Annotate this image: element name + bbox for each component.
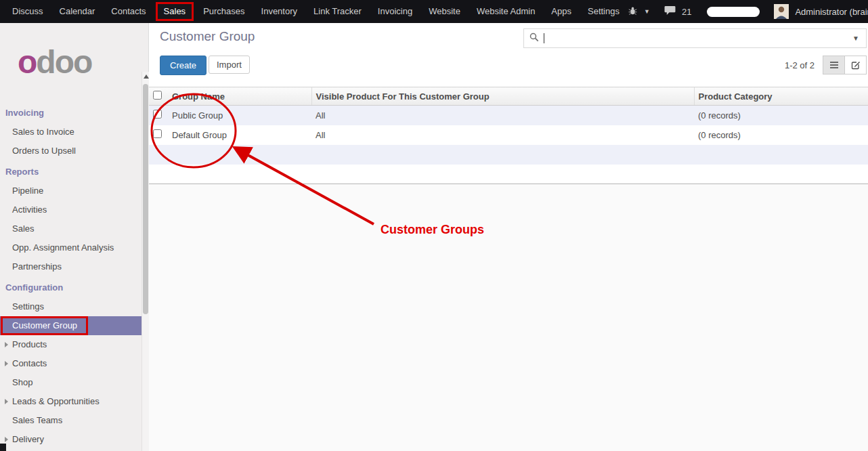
- expand-arrow-icon: [5, 399, 8, 404]
- row-select-cell: [149, 125, 168, 145]
- messages-count: 21: [682, 7, 691, 17]
- menu-settings[interactable]: Settings: [580, 0, 628, 23]
- sidebar-item-activities[interactable]: Activities: [0, 200, 142, 219]
- odoo-logo: odoo: [0, 23, 148, 102]
- sidebar-item-leads-opportunities[interactable]: Leads & Opportunities: [0, 392, 142, 411]
- sidebar-item-label: Leads & Opportunities: [12, 396, 100, 406]
- select-all-cell: [149, 87, 168, 106]
- scrollbar-up-icon[interactable]: [144, 74, 149, 79]
- row-select-cell: [149, 106, 168, 125]
- messages-icon[interactable]: [664, 5, 676, 18]
- search-icon: [529, 33, 539, 44]
- empty-row: [149, 145, 868, 165]
- view-switcher: [823, 56, 867, 74]
- empty-row: [149, 165, 868, 184]
- cell-group-name: Public Group: [168, 106, 311, 125]
- table-header-row: Group Name Visible Product For This Cust…: [149, 87, 868, 106]
- menu-invoicing[interactable]: Invoicing: [370, 0, 420, 23]
- sidebar-item-label: Contacts: [12, 358, 47, 368]
- menu-calendar[interactable]: Calendar: [51, 0, 104, 23]
- create-button[interactable]: Create: [160, 56, 207, 75]
- text-cursor: [544, 33, 544, 43]
- form-view-icon: [851, 60, 861, 70]
- cell-group-name: Default Group: [168, 125, 311, 145]
- sidebar-nav: Invoicing Sales to Invoice Orders to Ups…: [0, 104, 142, 449]
- sidebar-item-pipeline[interactable]: Pipeline: [0, 181, 142, 200]
- cell-visible-product: All: [311, 125, 694, 145]
- row-checkbox[interactable]: [153, 110, 162, 119]
- menu-contacts[interactable]: Contacts: [103, 0, 154, 23]
- menu-apps[interactable]: Apps: [543, 0, 580, 23]
- sidebar-item-orders-to-upsell[interactable]: Orders to Upsell: [0, 142, 142, 160]
- sidebar-item-sales-to-invoice[interactable]: Sales to Invoice: [0, 123, 142, 142]
- row-checkbox[interactable]: [153, 129, 162, 138]
- cell-visible-product: All: [311, 106, 694, 125]
- scroll-corner: [0, 444, 6, 451]
- sidebar-section-invoicing[interactable]: Invoicing: [0, 104, 142, 123]
- menu-purchases[interactable]: Purchases: [195, 0, 253, 23]
- expand-arrow-icon: [5, 437, 8, 442]
- menu-inventory[interactable]: Inventory: [253, 0, 305, 23]
- list-view-icon: [829, 61, 839, 69]
- pager: 1-2 of 2: [785, 60, 815, 70]
- expand-arrow-icon: [5, 361, 8, 366]
- app-menu: Discuss Calendar Contacts Sales Purchase…: [0, 0, 628, 23]
- column-group-name[interactable]: Group Name: [168, 87, 311, 106]
- menu-link-tracker[interactable]: Link Tracker: [305, 0, 370, 23]
- main-content: Customer Group ▼ Create Import 1-2 of 2: [149, 23, 868, 451]
- menu-discuss[interactable]: Discuss: [4, 0, 51, 23]
- search-input[interactable]: [547, 29, 851, 47]
- sidebar: odoo Invoicing Sales to Invoice Orders t…: [0, 23, 149, 451]
- column-visible-product[interactable]: Visible Product For This Customer Group: [311, 87, 694, 106]
- topbar-systray: ▼ 21 Administrator (braintree): [628, 4, 868, 19]
- sidebar-item-label: Delivery: [12, 434, 44, 444]
- expand-arrow-icon: [5, 342, 8, 347]
- table-row-public-group[interactable]: Public Group All (0 records): [149, 106, 868, 125]
- list-view: Group Name Visible Product For This Cust…: [149, 87, 868, 184]
- logo-text-rest: doo: [36, 46, 91, 79]
- sidebar-section-reports[interactable]: Reports: [0, 163, 142, 181]
- control-panel: Customer Group ▼ Create Import 1-2 of 2: [149, 23, 868, 87]
- avatar[interactable]: [774, 4, 789, 19]
- sidebar-item-opp-assignment-analysis[interactable]: Opp. Assignment Analysis: [0, 238, 142, 257]
- sidebar-item-label: Products: [12, 339, 47, 349]
- select-all-checkbox[interactable]: [153, 91, 162, 100]
- page-title: Customer Group: [160, 29, 255, 44]
- sidebar-item-label: Customer Group: [12, 320, 77, 330]
- recorder-pill[interactable]: [707, 7, 760, 17]
- import-button[interactable]: Import: [209, 56, 250, 74]
- debug-icon[interactable]: [628, 6, 638, 18]
- menu-sales[interactable]: Sales: [156, 2, 194, 21]
- sidebar-item-products[interactable]: Products: [0, 335, 142, 354]
- form-view-button[interactable]: [844, 56, 867, 74]
- sidebar-item-sales-teams[interactable]: Sales Teams: [0, 411, 142, 430]
- column-product-category[interactable]: Product Category: [694, 87, 868, 106]
- top-menubar: Discuss Calendar Contacts Sales Purchase…: [0, 0, 868, 23]
- table-row-default-group[interactable]: Default Group All (0 records): [149, 125, 868, 145]
- search-dropdown-icon[interactable]: ▼: [851, 35, 861, 42]
- odoo-window: Discuss Calendar Contacts Sales Purchase…: [0, 0, 868, 451]
- sidebar-item-customer-group[interactable]: Customer Group: [0, 316, 142, 335]
- sidebar-scrollbar[interactable]: [142, 72, 149, 451]
- sidebar-item-settings[interactable]: Settings: [0, 297, 142, 316]
- cell-product-category: (0 records): [694, 106, 868, 125]
- sidebar-section-configuration[interactable]: Configuration: [0, 278, 142, 297]
- sidebar-item-sales[interactable]: Sales: [0, 219, 142, 238]
- cell-product-category: (0 records): [694, 125, 868, 145]
- user-menu[interactable]: Administrator (braintree): [795, 7, 868, 17]
- sidebar-item-partnerships[interactable]: Partnerships: [0, 257, 142, 276]
- sidebar-item-delivery[interactable]: Delivery: [0, 430, 142, 449]
- debug-dropdown-icon[interactable]: ▼: [644, 8, 650, 15]
- search-view: ▼: [523, 28, 867, 48]
- logo-text-first: o: [18, 46, 36, 79]
- menu-website[interactable]: Website: [420, 0, 469, 23]
- menu-website-admin[interactable]: Website Admin: [469, 0, 543, 23]
- sidebar-item-shop[interactable]: Shop: [0, 373, 142, 392]
- sidebar-item-contacts[interactable]: Contacts: [0, 354, 142, 373]
- scrollbar-thumb[interactable]: [143, 84, 148, 314]
- list-view-button[interactable]: [823, 56, 845, 74]
